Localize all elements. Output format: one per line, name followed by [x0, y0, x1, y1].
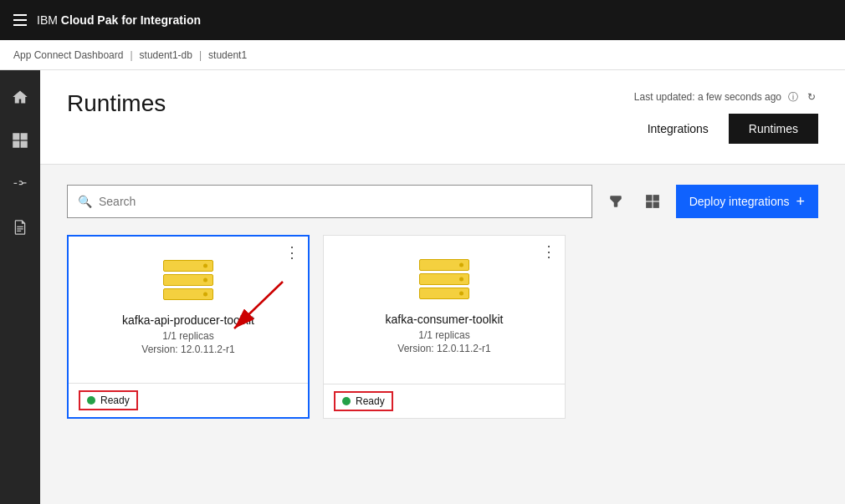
sidebar-item-integrations[interactable]: [0, 164, 40, 204]
sidebar-item-documents[interactable]: [0, 207, 40, 247]
sidebar-item-home[interactable]: [0, 77, 40, 117]
search-bar-row: 🔍 Deploy integrations +: [67, 185, 818, 218]
runtime-card-kafka-consumer[interactable]: ⋮ kafka-consumer-toolkit 1/1 replicas Ve…: [323, 235, 566, 419]
card-version-2: Version: 12.0.11.2-r1: [324, 343, 565, 354]
tab-integrations[interactable]: Integrations: [627, 114, 729, 144]
top-navigation: IBM Cloud Pak for Integration: [0, 0, 845, 40]
hamburger-menu[interactable]: [13, 14, 27, 26]
cards-grid: ⋮: [67, 235, 818, 419]
card-footer-1: Ready: [69, 383, 308, 417]
page-title: Runtimes: [67, 90, 166, 117]
breadcrumb: App Connect Dashboard | student1-db | st…: [0, 40, 845, 70]
server-rack-icon-2: [419, 259, 469, 299]
cards-section: 🔍 Deploy integrations +: [40, 165, 845, 439]
filter-icon[interactable]: [602, 188, 629, 215]
svg-rect-0: [13, 133, 19, 140]
search-input[interactable]: [99, 195, 581, 208]
svg-rect-5: [653, 195, 658, 201]
status-badge-2: Ready: [334, 391, 393, 411]
status-text-2: Ready: [356, 395, 385, 407]
card-name-1: kafka-api-producer-toolkit: [69, 313, 308, 327]
card-icon-area-2: [324, 236, 565, 313]
card-version-1: Version: 12.0.11.2-r1: [69, 344, 308, 355]
card-replicas-2: 1/1 replicas: [324, 329, 565, 341]
card-menu-kafka-consumer[interactable]: ⋮: [541, 244, 556, 259]
svg-rect-2: [13, 141, 19, 148]
deploy-integrations-button[interactable]: Deploy integrations +: [676, 185, 818, 218]
last-updated: Last updated: a few seconds ago ⓘ ↻: [634, 90, 818, 104]
search-icon: 🔍: [78, 195, 92, 208]
breadcrumb-item-3[interactable]: student1: [208, 49, 247, 61]
search-container: 🔍: [67, 185, 592, 218]
breadcrumb-item-2[interactable]: student1-db: [140, 49, 192, 61]
sidebar-item-dashboard[interactable]: [0, 120, 40, 160]
tab-runtimes[interactable]: Runtimes: [729, 114, 818, 144]
svg-rect-6: [646, 202, 652, 208]
card-replicas-1: 1/1 replicas: [69, 330, 308, 342]
card-footer-2: Ready: [324, 384, 565, 418]
server-rack-icon-1: [163, 260, 213, 300]
app-title: IBM Cloud Pak for Integration: [37, 13, 201, 27]
content-area: Runtimes Last updated: a few seconds ago…: [40, 70, 845, 504]
status-text-1: Ready: [100, 395, 130, 406]
svg-rect-3: [21, 141, 28, 148]
svg-rect-4: [646, 195, 652, 201]
main-layout: Runtimes Last updated: a few seconds ago…: [0, 70, 845, 504]
grid-view-icon[interactable]: [639, 188, 666, 215]
status-dot-2: [342, 397, 351, 405]
content-header: Runtimes Last updated: a few seconds ago…: [40, 70, 845, 165]
card-name-2: kafka-consumer-toolkit: [324, 313, 565, 326]
breadcrumb-item-1[interactable]: App Connect Dashboard: [13, 49, 123, 61]
info-icon[interactable]: ⓘ: [786, 90, 800, 104]
sidebar: [0, 70, 40, 504]
plus-icon: +: [796, 193, 805, 211]
runtime-card-kafka-api-producer[interactable]: ⋮: [67, 235, 310, 419]
tab-buttons: Integrations Runtimes: [627, 114, 818, 144]
card-icon-area-1: [69, 237, 308, 313]
card-menu-kafka-api-producer[interactable]: ⋮: [284, 245, 300, 260]
refresh-icon[interactable]: ↻: [805, 90, 818, 104]
svg-rect-7: [653, 202, 658, 208]
status-badge-1: Ready: [79, 390, 138, 410]
svg-rect-1: [21, 133, 28, 140]
status-dot-1: [87, 396, 95, 405]
